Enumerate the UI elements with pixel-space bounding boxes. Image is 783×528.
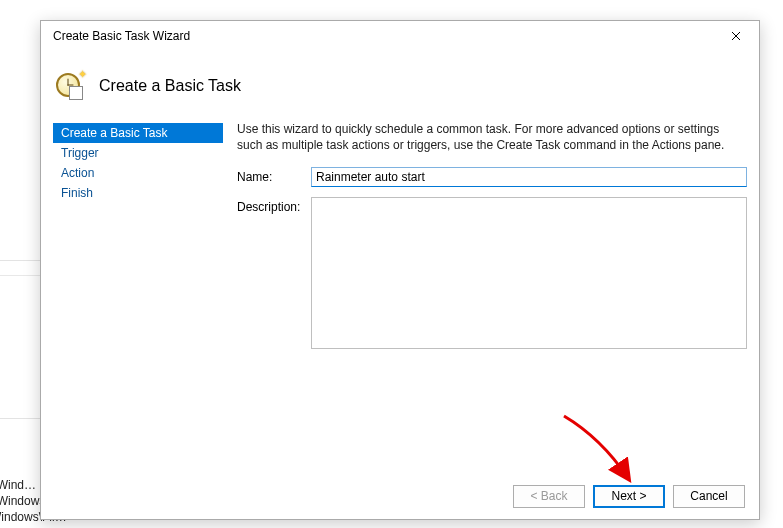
wizard-header: ✦ Create a Basic Task <box>41 51 759 121</box>
description-label: Description: <box>237 197 311 214</box>
button-bar: < Back Next > Cancel <box>41 473 759 519</box>
step-finish[interactable]: Finish <box>53 183 223 203</box>
close-icon <box>731 31 741 41</box>
name-label: Name: <box>237 167 311 184</box>
step-create-basic-task[interactable]: Create a Basic Task <box>53 123 223 143</box>
wizard-main: Use this wizard to quickly schedule a co… <box>223 121 747 473</box>
bg-divider <box>0 418 40 419</box>
window-title: Create Basic Task Wizard <box>53 29 190 43</box>
description-input[interactable] <box>311 197 747 349</box>
bg-path-text: oft\Wind… <box>0 478 36 492</box>
wizard-heading: Create a Basic Task <box>99 77 241 95</box>
wizard-dialog: Create Basic Task Wizard ✦ Create a Basi… <box>40 20 760 520</box>
step-trigger[interactable]: Trigger <box>53 143 223 163</box>
wizard-steps: Create a Basic Task Trigger Action Finis… <box>53 121 223 473</box>
step-action[interactable]: Action <box>53 163 223 183</box>
cancel-button[interactable]: Cancel <box>673 485 745 508</box>
back-button: < Back <box>513 485 585 508</box>
titlebar: Create Basic Task Wizard <box>41 21 759 51</box>
name-input[interactable] <box>311 167 747 187</box>
task-clock-icon: ✦ <box>53 70 85 102</box>
bg-divider <box>0 275 40 415</box>
close-button[interactable] <box>721 24 751 48</box>
intro-text: Use this wizard to quickly schedule a co… <box>237 121 747 153</box>
next-button[interactable]: Next > <box>593 485 665 508</box>
